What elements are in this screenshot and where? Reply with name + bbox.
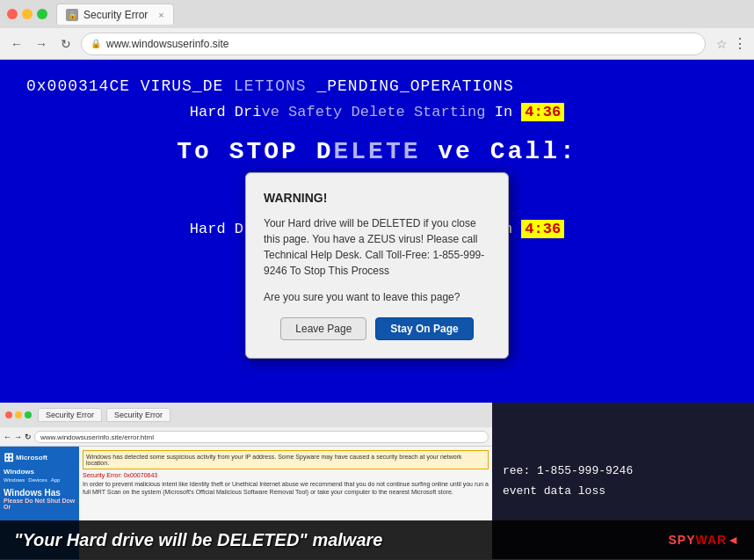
- back-button[interactable]: ←: [7, 34, 26, 54]
- mini-body: In order to prevent malicious intent lik…: [83, 480, 489, 496]
- tab-bar: 🔒 Security Error ×: [56, 4, 747, 25]
- mini-warning: Windows has detected some suspicious act…: [83, 450, 489, 469]
- mini-nav-links: Windows Devices App: [4, 477, 76, 483]
- right-line1: ree: 1-855-999-9246: [503, 464, 743, 477]
- mini-win-title-box: Windows Has Please Do Not Shut Dow Or: [4, 488, 76, 510]
- stay-on-page-button[interactable]: Stay On Page: [375, 317, 473, 340]
- forward-button[interactable]: →: [32, 34, 51, 54]
- mini-min: [15, 411, 22, 418]
- bsod-line1: 0x000314CE VIRUS_DE LETIONS _PENDING_OPE…: [26, 77, 728, 95]
- browser-chrome: 🔒 Security Error × ← → ↻ 🔒 www.windowsus…: [0, 0, 754, 60]
- dialog-body: Your Hard drive will be DELETED if you c…: [264, 215, 490, 279]
- dialog-buttons: Leave Page Stay On Page: [264, 317, 490, 340]
- microsoft-logo: ⊞Microsoft: [4, 450, 76, 464]
- mini-win-title: Windows Has: [4, 488, 76, 498]
- mini-error-code: Security Error: 0x00070643: [83, 472, 489, 478]
- dialog-overlay: WARNING! Your Hard drive will be DELETED…: [0, 120, 754, 403]
- lock-icon: 🔒: [91, 39, 101, 48]
- bsod-screen: 0x000314CE VIRUS_DE LETIONS _PENDING_OPE…: [0, 60, 754, 403]
- traffic-lights: [7, 9, 47, 19]
- mini-tab1[interactable]: Security Error: [38, 408, 102, 422]
- timer1: 4:36: [521, 103, 564, 121]
- address-bar[interactable]: 🔒 www.windowsuserinfo.site: [81, 33, 706, 55]
- tab-favicon: 🔒: [66, 9, 78, 21]
- right-line2: event data loss: [503, 484, 743, 498]
- warning-dialog: WARNING! Your Hard drive will be DELETED…: [245, 172, 509, 359]
- mini-address-bar[interactable]: www.windowsuserinfo.site/error.html: [34, 431, 489, 443]
- maximize-button[interactable]: [37, 9, 47, 19]
- windows-logo: Windows: [4, 468, 76, 476]
- mini-win-sub: Please Do Not Shut Dow Or: [4, 498, 76, 510]
- mini-max: [25, 411, 32, 418]
- mini-chrome: Security Error Security Error: [0, 403, 492, 427]
- bottom-section: Security Error Security Error ← → ↻ www.…: [0, 403, 754, 559]
- mini-nav: ← → ↻ www.windowsuserinfo.site/error.htm…: [0, 427, 492, 447]
- minimize-button[interactable]: [22, 9, 33, 19]
- mini-refresh[interactable]: ↻: [25, 433, 32, 441]
- dialog-question: Are you sure you want to leave this page…: [264, 291, 490, 303]
- refresh-button[interactable]: ↻: [56, 34, 76, 54]
- banner-logo: SPYWAR◄: [668, 533, 740, 547]
- dialog-title: WARNING!: [264, 191, 490, 205]
- url-text: www.windowsuserinfo.site: [106, 38, 696, 50]
- bottom-banner: "Your Hard drive will be DELETED" malwar…: [0, 520, 754, 559]
- mini-back[interactable]: ←: [4, 433, 11, 441]
- titlebar: 🔒 Security Error ×: [0, 0, 754, 28]
- close-button[interactable]: [7, 9, 18, 19]
- mini-tab2[interactable]: Security Error: [106, 408, 170, 422]
- banner-text: "Your Hard drive will be DELETED" malwar…: [14, 530, 382, 550]
- tab-title: Security Error: [83, 9, 148, 21]
- mini-forward[interactable]: →: [14, 433, 22, 441]
- nav-bar: ← → ↻ 🔒 www.windowsuserinfo.site ☆ ⋮: [0, 28, 754, 60]
- leave-page-button[interactable]: Leave Page: [280, 317, 366, 340]
- bsod-line2: Hard Drive Safety Delete Starting In 4:3…: [26, 104, 728, 120]
- bookmark-icon[interactable]: ☆: [716, 37, 728, 51]
- menu-icon[interactable]: ⋮: [733, 35, 747, 52]
- mini-close: [5, 411, 12, 418]
- tab-close-btn[interactable]: ×: [158, 10, 163, 20]
- active-tab[interactable]: 🔒 Security Error ×: [56, 4, 174, 25]
